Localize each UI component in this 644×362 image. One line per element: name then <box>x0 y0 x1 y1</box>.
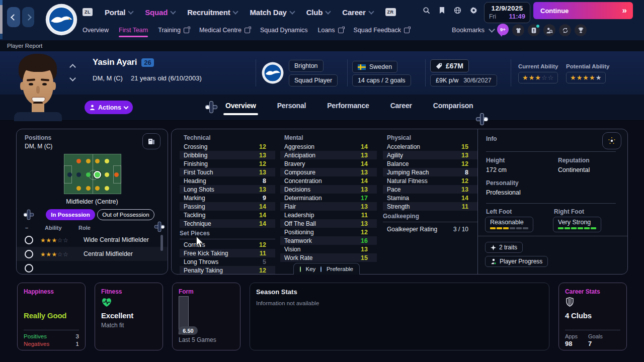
subnav-item-loans[interactable]: Loans <box>318 27 344 34</box>
attribute-row: Marking9 <box>180 194 275 202</box>
form-title: Form <box>179 288 234 295</box>
game-date-widget[interactable]: 12/9/2025 Fri 11:49 <box>484 2 530 23</box>
position-cycle-left-icon[interactable] <box>24 210 34 220</box>
menu-item-club[interactable]: Club <box>306 8 331 17</box>
roles-role-header[interactable]: Role <box>78 225 91 231</box>
position-report-button[interactable] <box>142 133 160 149</box>
menu-label: Career <box>342 8 365 17</box>
menu-item-match-day[interactable]: Match Day <box>250 8 294 17</box>
tab-career[interactable]: Career <box>390 102 412 110</box>
role-selection-circle[interactable] <box>25 236 33 244</box>
goals-value: 7 <box>588 340 592 347</box>
attribute-name: Jumping Reach <box>387 169 429 176</box>
reputation-label: Reputation <box>558 157 590 164</box>
mouse-cursor <box>195 236 204 248</box>
roles-ability-header[interactable]: Ability <box>45 225 62 231</box>
in-possession-toggle[interactable]: In Possession <box>46 209 95 220</box>
subnav-item-overview[interactable]: Overview <box>83 27 109 34</box>
attribute-radar-button[interactable] <box>602 132 621 149</box>
form-rating-badge: 6.50 <box>179 326 198 335</box>
back-button[interactable] <box>7 7 20 27</box>
search-icon[interactable] <box>423 7 430 14</box>
right-foot-bar <box>558 227 596 229</box>
menu-label: Squad <box>145 8 168 17</box>
attribute-value: 15 <box>361 254 368 261</box>
subnav-item-training[interactable]: Training <box>158 27 189 34</box>
physical-column: PhysicalAcceleration15Agility13Balance12… <box>383 132 477 235</box>
menu-item-squad[interactable]: Squad <box>145 8 175 17</box>
position-role-row[interactable]: ★★★☆☆Wide Central Midfielder <box>17 233 168 247</box>
collapse-up-button[interactable] <box>70 62 75 71</box>
role-list-scrollbar[interactable] <box>160 235 163 251</box>
subnav-label: Squad Feedback <box>354 27 401 34</box>
mental-column: MentalAggression14Anticipation13Bravery1… <box>280 132 377 262</box>
inbox-notification-badge[interactable]: 9+ <box>497 24 509 35</box>
fitness-value: Excellent <box>101 311 133 320</box>
menu-item-recruitment[interactable]: Recruitment <box>187 8 237 17</box>
subnav-item-first-team[interactable]: First Team <box>119 27 148 34</box>
trophy-icon[interactable] <box>575 24 587 36</box>
forward-button[interactable] <box>22 7 34 27</box>
club-name: Brighton <box>294 62 318 69</box>
bookmark-icon[interactable] <box>439 7 445 14</box>
tab-cycle-left-icon[interactable] <box>205 101 217 113</box>
player-progress-chip[interactable]: Player Progress <box>485 256 548 267</box>
collapse-down-button[interactable] <box>70 73 75 82</box>
menu-item-career[interactable]: Career <box>342 8 373 17</box>
foot-segment <box>497 227 502 229</box>
alert-dot <box>536 25 539 28</box>
subnav-item-squad-feedback[interactable]: Squad Feedback <box>354 27 410 34</box>
out-of-possession-toggle[interactable]: Out of Possession <box>97 209 154 220</box>
subnav-item-squad-dynamics[interactable]: Squad Dynamics <box>260 27 308 34</box>
continue-button[interactable]: Continue » <box>533 2 633 19</box>
actions-button[interactable]: Actions <box>85 101 133 114</box>
position-cycle-right-icon[interactable] <box>154 222 165 232</box>
star-filled-icon: ★ <box>52 237 57 244</box>
bookmarks-dropdown[interactable]: Bookmarks <box>452 26 494 34</box>
squad-alert-icon[interactable] <box>528 24 540 36</box>
tab-cycle-right-icon[interactable] <box>476 113 488 125</box>
divider <box>511 59 511 86</box>
divider <box>256 59 256 86</box>
squad-status-button[interactable]: Squad Player <box>289 74 338 86</box>
attribute-name: Penalty Taking <box>184 267 223 274</box>
positives-count: 3 <box>76 333 79 339</box>
attribute-row: Long Shots13 <box>180 185 275 194</box>
menu-label: Recruitment <box>187 8 230 17</box>
star-empty-icon: ☆ <box>63 237 68 244</box>
attribute-value: 13 <box>259 152 266 159</box>
tab-performance[interactable]: Performance <box>327 102 369 110</box>
position-role-row[interactable]: ★★★☆☆Central Midfielder <box>17 247 168 261</box>
chevron-down-icon <box>128 9 134 14</box>
traits-chip[interactable]: 2 traits <box>485 242 523 253</box>
club-button[interactable]: Brighton <box>289 60 324 72</box>
attribute-value: 12 <box>259 160 266 167</box>
attribute-row: Crossing12 <box>180 142 275 151</box>
menu-item-portal[interactable]: Portal <box>105 8 133 17</box>
sync-icon[interactable] <box>559 24 571 36</box>
role-selection-circle[interactable] <box>25 264 33 273</box>
legend-key-label: Key <box>306 266 316 272</box>
negatives-label: Negatives <box>24 341 49 347</box>
chevron-right-icon <box>25 14 32 21</box>
kit-icon[interactable] <box>512 24 524 36</box>
tab-personal[interactable]: Personal <box>277 102 306 110</box>
roles-sort-header[interactable]: – <box>25 225 28 231</box>
role-selection-circle[interactable] <box>25 250 33 258</box>
goalkeeper-rating-value: 3 / 10 <box>453 226 468 233</box>
attribute-value: 13 <box>361 169 368 176</box>
tab-comparison[interactable]: Comparison <box>433 102 473 110</box>
nationality-chip[interactable]: Sweden <box>352 61 397 73</box>
globe-icon[interactable] <box>454 7 461 14</box>
subnav-item-medical-centre[interactable]: Medical Centre <box>199 27 250 34</box>
attribute-row: Pace13 <box>383 185 477 194</box>
scouting-icon[interactable] <box>543 24 555 36</box>
attribute-name: Anticipation <box>284 152 315 159</box>
attribute-name: Vision <box>284 246 300 253</box>
personality-value: Professional <box>486 189 521 196</box>
settings-gear-icon[interactable] <box>470 7 477 14</box>
tab-overview[interactable]: Overview <box>225 102 256 110</box>
attribute-name: Flair <box>284 203 296 210</box>
position-role-row-partial[interactable] <box>17 261 168 275</box>
main-menu: ZL PortalSquadRecruitmentMatch DayClubCa… <box>83 5 396 19</box>
